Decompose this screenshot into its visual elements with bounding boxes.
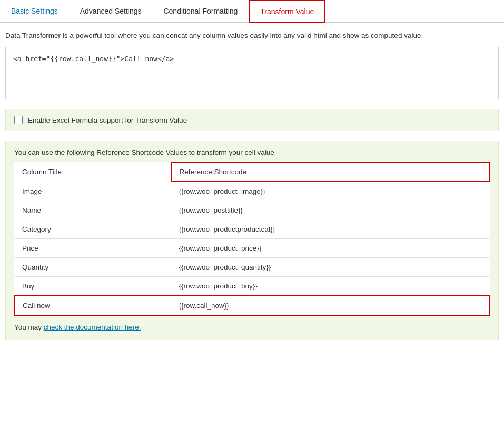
documentation-line: You may check the documentation here. — [14, 323, 490, 331]
cell-title: Price — [15, 239, 171, 258]
code-editor[interactable]: <a href="{{row.call_now}}">Call now</a> — [5, 47, 499, 99]
cell-title: Category — [15, 220, 171, 239]
cell-shortcode: {{row.woo_product_price}} — [171, 239, 489, 258]
table-row: Image{{row.woo_product_image}} — [15, 182, 489, 201]
table-row: Name{{row.woo_posttitle}} — [15, 201, 489, 220]
cell-title: Quantity — [15, 258, 171, 277]
tab-conditional[interactable]: Conditional Formatting — [152, 0, 249, 22]
table-row: Quantity{{row.woo_product_quantity}} — [15, 258, 489, 277]
tab-transform[interactable]: Transform Value — [249, 0, 325, 23]
cell-shortcode: {{row.woo_product_buy}} — [171, 277, 489, 296]
cell-title: Name — [15, 201, 171, 220]
table-row: Call now{{row.call_now}} — [15, 296, 489, 315]
doc-prefix: You may — [14, 323, 44, 331]
excel-formula-checkbox[interactable] — [14, 116, 23, 124]
cell-shortcode: {{row.woo_product_image}} — [171, 182, 489, 201]
excel-formula-section: Enable Excel Formula support for Transfo… — [5, 109, 499, 131]
code-callnow-underline: Call now — [124, 55, 157, 63]
content-area: Data Transformer is a powerful tool wher… — [0, 23, 504, 345]
code-text: <a href="{{row.call_now}}">Call now</a> — [13, 55, 174, 63]
col-header-title: Column Title — [15, 162, 171, 182]
code-href-underline: href="{{row.call_now}}" — [25, 55, 120, 63]
tab-basic[interactable]: Basic Settings — [0, 0, 69, 22]
table-row: Price{{row.woo_product_price}} — [15, 239, 489, 258]
table-row: Buy{{row.woo_product_buy}} — [15, 277, 489, 296]
reference-intro-text: You can use the following Reference Shor… — [14, 148, 490, 156]
cell-shortcode: {{row.call_now}} — [171, 296, 489, 315]
cell-title: Call now — [15, 296, 171, 315]
excel-formula-label: Enable Excel Formula support for Transfo… — [28, 116, 187, 124]
cell-shortcode: {{row.woo_productproductcat}} — [171, 220, 489, 239]
reference-section: You can use the following Reference Shor… — [5, 141, 499, 340]
tabs-bar: Basic Settings Advanced Settings Conditi… — [0, 0, 504, 23]
col-header-shortcode: Reference Shortcode — [171, 162, 489, 182]
table-row: Category{{row.woo_productproductcat}} — [15, 220, 489, 239]
cell-title: Image — [15, 182, 171, 201]
cell-title: Buy — [15, 277, 171, 296]
tab-advanced[interactable]: Advanced Settings — [69, 0, 153, 22]
cell-shortcode: {{row.woo_product_quantity}} — [171, 258, 489, 277]
cell-shortcode: {{row.woo_posttitle}} — [171, 201, 489, 220]
reference-table: Column Title Reference Shortcode Image{{… — [14, 162, 490, 316]
description-text: Data Transformer is a powerful tool wher… — [5, 32, 499, 39]
doc-link[interactable]: check the documentation here. — [44, 323, 141, 331]
